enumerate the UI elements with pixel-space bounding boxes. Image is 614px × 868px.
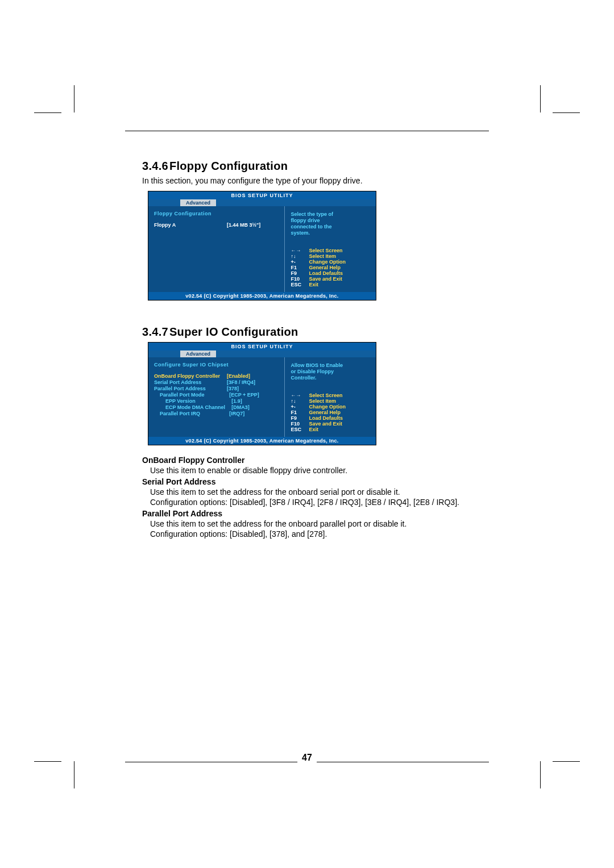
crop-mark [540,761,541,788]
heading-superio: 3.4.7Super IO Configuration [142,326,489,339]
key-shortcut: ESC [291,427,309,432]
heading-text: Super IO Configuration [169,326,298,338]
bios-tabs: Advanced [148,199,376,206]
crop-mark [34,761,61,762]
bios-title: BIOS SETUP UTILITY [148,343,376,350]
bios-option-row: Serial Port Address[3F8 / IRQ4] [154,379,279,385]
key-row: ←→Select Screen [291,248,371,253]
sub-serial: Serial Port Address [142,477,489,486]
bios-screenshot-superio: BIOS SETUP UTILITY Advanced Configure Su… [148,342,376,445]
bios-footer: v02.54 (C) Copyright 1985-2003, American… [148,292,376,300]
option-key: Parallel Port Mode [160,392,229,398]
option-key: Parallel Port IRQ [160,411,229,416]
desc-onboard: Use this item to enable or disable flopp… [150,466,489,475]
option-value: [378] [227,386,279,391]
key-desc: Save and Exit [309,421,342,427]
key-desc: General Help [309,265,341,270]
key-desc: Exit [309,282,318,287]
key-shortcut: ←→ [291,393,309,398]
key-shortcut: F10 [291,421,309,427]
key-row: ←→Select Screen [291,393,371,398]
bios-left-pane: Configure Super IO Chipset OnBoard Flopp… [148,357,285,437]
page-number: 47 [297,753,317,763]
option-key: Floppy A [154,222,227,228]
key-row: ESCExit [291,427,371,432]
key-shortcut: F9 [291,415,309,421]
key-desc: Change Option [309,259,346,265]
bios-help-text: Select the type of floppy drive connecte… [291,211,371,236]
bios-right-pane: Select the type of floppy drive connecte… [285,206,376,292]
bios-option-row: Parallel Port Mode[ECP + EPP] [154,392,279,398]
key-shortcut: F1 [291,265,309,270]
key-shortcut: F9 [291,270,309,276]
option-value: [1.9] [231,398,279,404]
option-value: [3F8 / IRQ4] [227,379,279,385]
heading-text: Floppy Configuration [169,160,288,172]
bios-body: Configure Super IO Chipset OnBoard Flopp… [148,357,376,437]
key-shortcut: ←→ [291,248,309,253]
option-value: [DMA3] [231,404,279,410]
bios-option-row: OnBoard Floppy Controller[Enabled] [154,373,279,379]
desc-serial-2: Configuration options: [Disabled], [3F8 … [150,498,489,507]
bios-option-row: Parallel Port IRQ[IRQ7] [154,411,279,416]
key-shortcut: +- [291,404,309,410]
desc-parallel-2: Configuration options: [Disabled], [378]… [150,529,489,539]
heading-floppy: 3.4.6Floppy Configuration [142,160,489,173]
crop-mark [553,112,580,113]
key-desc: Select Item [309,398,336,404]
option-key: ECP Mode DMA Channel [165,404,231,410]
option-key: EPP Version [165,398,231,404]
bios-tab-advanced: Advanced [180,199,216,206]
bios-title: BIOS SETUP UTILITY [148,191,376,199]
option-value: [1.44 MB 3½"] [227,222,279,228]
desc-parallel-1: Use this item to set the address for the… [150,519,489,528]
crop-mark [34,112,61,113]
bios-left-pane: Floppy Configuration Floppy A [1.44 MB 3… [148,206,285,292]
key-desc: Save and Exit [309,276,342,282]
key-row: F10Save and Exit [291,276,371,282]
sub-parallel: Parallel Port Address [142,509,489,518]
key-desc: Change Option [309,404,346,410]
option-value: [ECP + EPP] [229,392,279,398]
key-shortcut: ESC [291,282,309,287]
key-row: F9Load Defaults [291,270,371,276]
crop-mark [74,761,74,788]
option-value: [IRQ7] [229,411,279,416]
bios-key-legend: ←→Select Screen↑↓Select Item+-Change Opt… [291,248,371,287]
crop-mark [540,85,541,112]
bios-help-text: Allow BIOS to Enable or Disable Floppy C… [291,362,371,381]
bios-right-pane: Allow BIOS to Enable or Disable Floppy C… [285,357,376,437]
key-desc: Load Defaults [309,415,343,421]
bios-option-row: Parallel Port Address[378] [154,386,279,391]
key-row: F1General Help [291,265,371,270]
key-desc: Select Item [309,253,336,259]
bios-option-row: ECP Mode DMA Channel[DMA3] [154,404,279,410]
key-row: ↑↓Select Item [291,398,371,404]
key-shortcut: ↑↓ [291,253,309,259]
key-row: ↑↓Select Item [291,253,371,259]
option-key: Serial Port Address [154,379,227,385]
crop-mark [553,761,580,762]
key-shortcut: F1 [291,410,309,415]
key-row: +-Change Option [291,404,371,410]
key-desc: Select Screen [309,248,342,253]
intro-floppy: In this section, you may configure the t… [142,176,489,185]
option-key: Parallel Port Address [154,386,227,391]
desc-serial-1: Use this item to set the address for the… [150,487,489,496]
bios-tab-advanced: Advanced [180,350,216,357]
option-key: OnBoard Floppy Controller [154,373,227,379]
key-shortcut: +- [291,259,309,265]
key-desc: General Help [309,410,341,415]
key-shortcut: ↑↓ [291,398,309,404]
bios-left-header: Floppy Configuration [154,211,279,216]
key-row: F9Load Defaults [291,415,371,421]
bios-key-legend: ←→Select Screen↑↓Select Item+-Change Opt… [291,393,371,432]
bios-option-row: EPP Version[1.9] [154,398,279,404]
sub-onboard: OnBoard Floppy Controller [142,456,489,465]
bios-tabs: Advanced [148,350,376,357]
key-row: F1General Help [291,410,371,415]
key-desc: Load Defaults [309,270,343,276]
key-desc: Select Screen [309,393,342,398]
heading-number: 3.4.6 [142,160,168,172]
key-row: F10Save and Exit [291,421,371,427]
